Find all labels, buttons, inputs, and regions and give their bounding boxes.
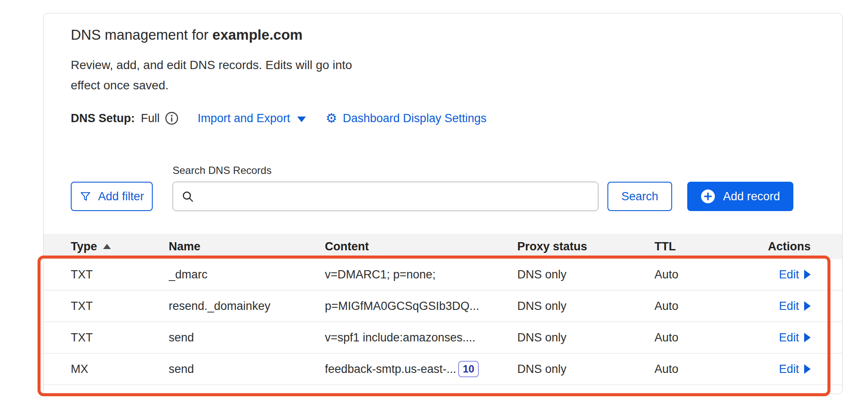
- page-subtitle: Review, add, and edit DNS records. Edits…: [71, 55, 355, 95]
- search-field-group: Search DNS Records: [173, 164, 598, 211]
- search-box: [173, 182, 598, 211]
- cell-name: resend._domainkey: [169, 300, 325, 313]
- record-content: feedback-smtp.us-east-...: [325, 363, 456, 376]
- plus-icon: [701, 189, 715, 204]
- cell-actions: Edit: [741, 300, 811, 313]
- cell-content: v=spf1 include:amazonses....: [325, 331, 517, 344]
- add-record-label: Add record: [723, 190, 780, 203]
- cell-proxy-status: DNS only: [517, 331, 654, 344]
- add-record-button[interactable]: Add record: [687, 182, 793, 211]
- search-button-label: Search: [621, 190, 658, 203]
- cell-content: feedback-smtp.us-east-... 10: [325, 361, 517, 377]
- edit-label: Edit: [779, 268, 799, 281]
- column-header-actions: Actions: [741, 240, 811, 253]
- cell-ttl: Auto: [654, 268, 741, 281]
- record-content: v=DMARC1; p=none;: [325, 268, 436, 281]
- column-header-name[interactable]: Name: [169, 240, 325, 253]
- edit-label: Edit: [779, 363, 799, 376]
- chevron-right-icon: [804, 301, 811, 311]
- cell-proxy-status: DNS only: [517, 268, 654, 281]
- column-header-content[interactable]: Content: [325, 240, 517, 253]
- edit-link[interactable]: Edit: [779, 300, 811, 313]
- cell-actions: Edit: [741, 331, 811, 344]
- import-export-link[interactable]: Import and Export: [198, 112, 306, 125]
- search-icon: [181, 190, 194, 205]
- chevron-right-icon: [804, 333, 811, 342]
- filter-funnel-icon: [79, 190, 91, 202]
- add-filter-button[interactable]: Add filter: [71, 182, 153, 211]
- cell-actions: Edit: [741, 363, 811, 376]
- cell-type: TXT: [71, 268, 169, 281]
- dashboard-display-settings-link[interactable]: ⚙ Dashboard Display Settings: [326, 112, 487, 125]
- search-controls-row: Add filter Search DNS Records Search: [44, 164, 842, 211]
- record-content: v=spf1 include:amazonses....: [325, 331, 475, 344]
- table-header: Type Name Content Proxy status TTL Actio…: [44, 234, 842, 259]
- column-header-type[interactable]: Type: [71, 240, 169, 253]
- cell-type: TXT: [71, 300, 169, 313]
- cell-ttl: Auto: [654, 331, 741, 344]
- dns-management-card: DNS management for example.com Review, a…: [43, 13, 843, 394]
- page-title-prefix: DNS management for: [71, 27, 212, 43]
- cell-name: send: [169, 331, 325, 344]
- table-body: TXT _dmarc v=DMARC1; p=none; DNS only Au…: [44, 259, 842, 385]
- dashboard-display-settings-label: Dashboard Display Settings: [343, 112, 487, 125]
- table-row: TXT send v=spf1 include:amazonses.... DN…: [44, 322, 842, 354]
- sort-ascending-icon: [103, 244, 111, 249]
- record-content: p=MIGfMA0GCSqGSIb3DQ...: [325, 300, 479, 313]
- priority-badge: 10: [458, 361, 479, 377]
- cell-ttl: Auto: [654, 363, 741, 376]
- chevron-right-icon: [804, 270, 811, 279]
- cell-actions: Edit: [741, 268, 811, 281]
- table-row: MX send feedback-smtp.us-east-... 10 DNS…: [44, 354, 842, 385]
- page-title-domain: example.com: [212, 27, 302, 43]
- edit-link[interactable]: Edit: [779, 331, 811, 344]
- table-row: TXT resend._domainkey p=MIGfMA0GCSqGSIb3…: [44, 290, 842, 322]
- cell-ttl: Auto: [654, 300, 741, 313]
- add-filter-label: Add filter: [98, 190, 144, 203]
- cell-proxy-status: DNS only: [517, 363, 654, 376]
- cell-content: v=DMARC1; p=none;: [325, 268, 517, 281]
- import-export-label: Import and Export: [198, 112, 290, 125]
- edit-link[interactable]: Edit: [779, 268, 811, 281]
- table-row: TXT _dmarc v=DMARC1; p=none; DNS only Au…: [44, 259, 842, 290]
- page-title: DNS management for example.com: [71, 26, 815, 44]
- dns-records-table: Type Name Content Proxy status TTL Actio…: [44, 234, 842, 385]
- cell-proxy-status: DNS only: [517, 300, 654, 313]
- cell-name: send: [169, 363, 325, 376]
- edit-link[interactable]: Edit: [779, 363, 811, 376]
- cell-type: MX: [71, 363, 169, 376]
- dns-setup-value: Full: [141, 112, 160, 125]
- cell-content: p=MIGfMA0GCSqGSIb3DQ...: [325, 300, 517, 313]
- gear-icon: ⚙: [326, 112, 337, 125]
- edit-label: Edit: [779, 300, 799, 313]
- info-icon[interactable]: [165, 111, 179, 125]
- chevron-down-icon: [297, 117, 306, 122]
- search-button[interactable]: Search: [607, 182, 672, 211]
- edit-label: Edit: [779, 331, 799, 344]
- column-header-proxy-status[interactable]: Proxy status: [517, 240, 654, 253]
- chevron-right-icon: [804, 364, 811, 374]
- search-label: Search DNS Records: [173, 164, 598, 177]
- search-input[interactable]: [173, 182, 598, 211]
- column-header-ttl[interactable]: TTL: [654, 240, 741, 253]
- dns-setup-label: DNS Setup:: [71, 112, 135, 125]
- cell-type: TXT: [71, 331, 169, 344]
- cell-name: _dmarc: [169, 268, 325, 281]
- dns-setup-row: DNS Setup: Full Import and Export ⚙ Dash…: [71, 111, 815, 126]
